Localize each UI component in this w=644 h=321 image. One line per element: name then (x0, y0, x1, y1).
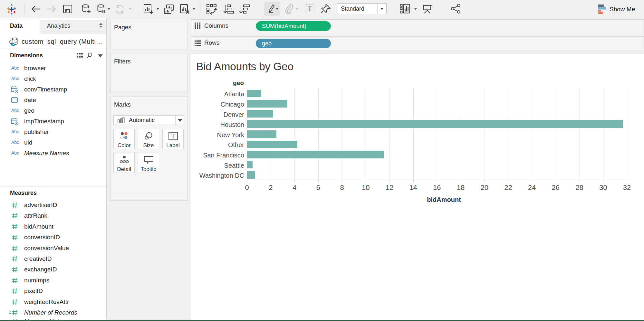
svg-text:Abc: Abc (11, 76, 19, 81)
svg-text:Abc: Abc (11, 129, 19, 134)
svg-text:Abc: Abc (11, 108, 19, 113)
svg-text:Abc: Abc (11, 150, 19, 156)
svg-text:Abc: Abc (11, 140, 19, 145)
svg-text:Abc: Abc (11, 65, 19, 71)
svg-text:T: T (171, 133, 175, 139)
